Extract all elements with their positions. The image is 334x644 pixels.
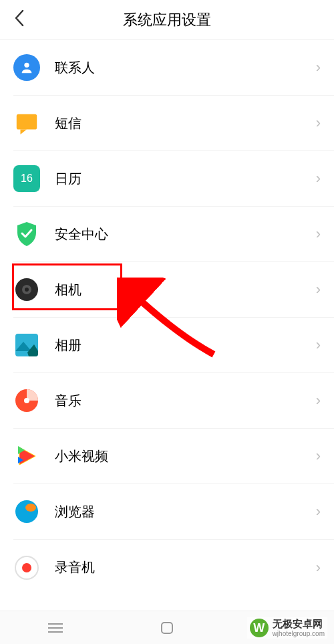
browser-icon (13, 498, 40, 525)
item-label: 安全中心 (55, 225, 316, 243)
chevron-right-icon: › (316, 170, 321, 187)
svg-rect-15 (162, 623, 172, 633)
nav-home-button[interactable] (147, 618, 187, 638)
list-item-camera[interactable]: 相机 › (13, 262, 334, 318)
back-button[interactable] (13, 9, 25, 31)
settings-list: 联系人 › 短信 › 16 日历 › 安全中心 › 相机 › 相册 › (0, 40, 334, 595)
list-item-calendar[interactable]: 16 日历 › (13, 151, 334, 207)
chevron-right-icon: › (316, 336, 321, 354)
item-label: 相机 (55, 281, 316, 299)
item-label: 日历 (55, 170, 316, 188)
page-title: 系统应用设置 (0, 10, 334, 30)
item-label: 浏览器 (55, 503, 316, 521)
messages-icon (13, 110, 40, 136)
chevron-right-icon: › (316, 503, 321, 520)
list-item-recorder[interactable]: 录音机 › (13, 540, 334, 595)
chevron-right-icon: › (316, 392, 321, 409)
chevron-right-icon: › (316, 281, 321, 298)
svg-point-8 (15, 500, 38, 523)
item-label: 短信 (55, 114, 316, 132)
contacts-icon (13, 54, 40, 81)
chevron-right-icon: › (316, 114, 321, 132)
svg-point-9 (25, 504, 36, 512)
item-label: 音乐 (55, 392, 316, 410)
chevron-right-icon: › (316, 447, 321, 465)
svg-point-4 (25, 288, 29, 292)
header: 系统应用设置 (0, 0, 334, 40)
item-label: 小米视频 (55, 447, 316, 465)
watermark: W 无极安卓网 wjhotelgroup.com (247, 617, 327, 639)
shield-icon (13, 221, 40, 247)
list-item-security[interactable]: 安全中心 › (13, 207, 334, 262)
list-item-gallery[interactable]: 相册 › (13, 318, 334, 373)
svg-point-0 (24, 63, 29, 68)
nav-menu-button[interactable] (35, 618, 75, 638)
list-item-browser[interactable]: 浏览器 › (13, 484, 334, 540)
chevron-right-icon: › (316, 559, 321, 576)
list-item-music[interactable]: 音乐 › (13, 373, 334, 429)
music-icon (13, 387, 40, 414)
camera-icon (13, 276, 40, 303)
chevron-right-icon: › (316, 225, 321, 243)
item-label: 录音机 (55, 558, 316, 576)
item-label: 联系人 (55, 59, 316, 77)
svg-rect-1 (17, 114, 37, 130)
chevron-right-icon: › (316, 59, 321, 76)
svg-point-11 (22, 563, 31, 572)
svg-point-7 (24, 398, 29, 403)
watermark-logo-icon: W (250, 619, 269, 637)
list-item-contacts[interactable]: 联系人 › (13, 40, 334, 96)
video-icon (13, 443, 40, 469)
gallery-icon (13, 332, 40, 358)
list-item-video[interactable]: 小米视频 › (13, 429, 334, 484)
recorder-icon (13, 554, 40, 581)
list-item-messages[interactable]: 短信 › (13, 96, 334, 151)
item-label: 相册 (55, 336, 316, 354)
calendar-icon: 16 (13, 165, 40, 192)
